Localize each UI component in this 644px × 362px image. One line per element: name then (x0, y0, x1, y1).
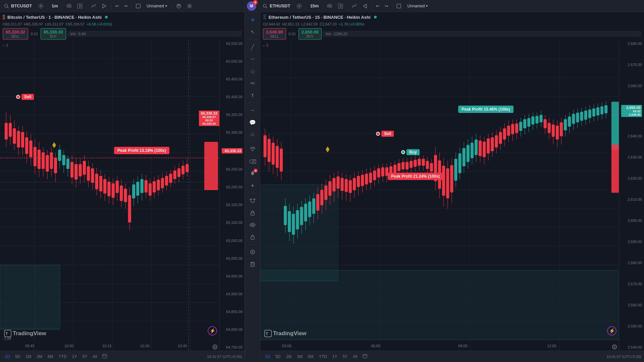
right-undo-btn[interactable]: ↩ (374, 1, 381, 11)
tool-eraser[interactable]: ⌫ (247, 156, 258, 167)
tool-lock[interactable] (247, 207, 258, 219)
left-ohlc-close: C65,326.57 (65, 22, 85, 26)
tool-horizontal[interactable]: ─ (247, 53, 258, 65)
right-buy-box[interactable]: 2,650.00 BUY (299, 28, 322, 40)
tool-draw-line[interactable]: ╱ (247, 41, 258, 53)
symbol-label: BTCUSDT (10, 3, 33, 8)
tool-target[interactable] (247, 246, 258, 258)
right-period-6m[interactable]: 6M (306, 353, 316, 360)
tool-crosshair[interactable]: ✛ (247, 14, 258, 25)
tool-magnet[interactable] (247, 195, 258, 206)
left-unnamed-btn[interactable]: Unnamed ▾ (144, 1, 170, 11)
tool-trash[interactable] (247, 258, 258, 270)
left-undo-btn[interactable]: ↩ (113, 1, 121, 11)
right-period-5y[interactable]: 5Y (340, 353, 350, 360)
svg-rect-363 (363, 354, 367, 358)
right-add-symbol-btn[interactable] (295, 1, 304, 11)
right-period-5d[interactable]: 5D (273, 353, 282, 360)
svg-rect-97 (95, 174, 98, 189)
svg-rect-278 (442, 166, 445, 195)
left-replay-btn[interactable] (100, 1, 109, 11)
right-scroll-target[interactable] (612, 345, 617, 349)
right-period-1m[interactable]: 1M (284, 353, 294, 360)
right-period-calendar[interactable] (361, 353, 369, 360)
left-redo-btn[interactable]: ↪ (122, 1, 129, 11)
period-1d[interactable]: 1D (3, 353, 12, 360)
left-layout-btn[interactable] (75, 1, 85, 11)
right-chart-title: Ethereum / TetherUS · 15 · BINANCE · Hei… (268, 15, 370, 20)
right-redo-btn[interactable]: ↪ (383, 1, 390, 11)
right-period-3m[interactable]: 3M (295, 353, 305, 360)
left-chart-header: ₿ Bitcoin / TetherUS · 1 · BINANCE · Hei… (0, 12, 245, 22)
left-sell-box[interactable]: 65,330.32 SELL (3, 28, 28, 40)
tool-text[interactable]: T (247, 89, 258, 101)
right-interval-btn[interactable]: 15m (308, 1, 321, 11)
left-chart-canvas[interactable]: ⌄ 2 (0, 40, 245, 351)
right-price-2620: 2,620.00 (621, 176, 642, 180)
right-price-2590: 2,590.00 (621, 240, 642, 244)
left-peak-profit[interactable]: Peak Profit 13.18% (100x) (114, 147, 169, 154)
left-period-calendar[interactable] (100, 353, 109, 360)
tool-brush[interactable]: ✏ (247, 77, 258, 89)
period-1y[interactable]: 1Y (70, 353, 79, 360)
tool-cursor[interactable]: ↖ (247, 26, 258, 38)
period-5y[interactable]: 5Y (80, 353, 89, 360)
user-avatar[interactable]: M 4 (247, 1, 256, 11)
tool-broadcast[interactable] (247, 144, 258, 155)
search-icon-btn[interactable]: BTCUSDT (2, 1, 35, 11)
left-chart-type-btn[interactable] (64, 1, 74, 11)
right-search-btn[interactable]: ETHUSDT (261, 1, 293, 11)
right-period-1y[interactable]: 1Y (330, 353, 339, 360)
tool-unlock[interactable] (247, 231, 258, 243)
left-sync-btn[interactable] (174, 1, 183, 11)
svg-rect-348 (584, 111, 587, 120)
svg-rect-300 (487, 139, 490, 153)
left-fullscreen-btn[interactable] (134, 1, 143, 11)
add-symbol-btn[interactable] (37, 1, 45, 11)
left-price-indicator: 65,330.33 65,326.57 00:02 65,320.00 (199, 111, 219, 126)
right-time-0900: 09:00 (458, 344, 468, 348)
tool-zoom-plus[interactable]: + (247, 180, 258, 191)
right-replay-btn[interactable] (360, 1, 370, 11)
tool-visibility[interactable] (247, 219, 258, 231)
right-peak-profit-1[interactable]: Peak Profit 15.46% (100x) (458, 106, 514, 113)
svg-rect-238 (361, 175, 364, 186)
right-unnamed-btn[interactable]: Unnamed ▾ (405, 1, 430, 11)
scroll-target-icon[interactable] (213, 345, 217, 349)
right-lightning-btn[interactable]: ⚡ (607, 326, 616, 336)
right-peak-profit-2[interactable]: Peak Profit 21.24% (100x) (388, 173, 443, 180)
right-chart-type-btn[interactable] (325, 1, 334, 11)
tool-measure[interactable]: ↔ (247, 105, 258, 116)
tool-alert[interactable]: 4 (247, 168, 258, 179)
period-1m[interactable]: 1M (24, 353, 34, 360)
right-chart-canvas[interactable]: ⌄ 2 (260, 40, 644, 351)
period-5d[interactable]: 5D (13, 353, 22, 360)
tool-shapes[interactable]: ◇ (247, 65, 258, 77)
left-settings-btn[interactable] (185, 1, 194, 11)
left-lightning-btn[interactable]: ⚡ (208, 326, 217, 336)
left-interval-btn[interactable]: 1m (50, 1, 60, 11)
left-status-dot (105, 16, 108, 18)
right-price-2580: 2,580.00 (621, 261, 642, 265)
right-period-ytd[interactable]: YTD (317, 353, 329, 360)
period-all[interactable]: All (91, 353, 99, 360)
tool-emoji[interactable]: ☺ (247, 129, 258, 140)
right-sell-box[interactable]: 2,649.99 SELL (263, 28, 286, 40)
left-ohlc-high: H65,335.97 (24, 22, 43, 26)
right-fullscreen-btn[interactable] (394, 1, 403, 11)
right-sell-label: Sell (381, 131, 394, 137)
right-period-1d[interactable]: 1D (263, 353, 272, 360)
period-ytd[interactable]: YTD (57, 353, 69, 360)
left-order-row: 65,330.32 SELL 0.01 65,330.33 BUY Vol: -… (0, 27, 245, 40)
right-chevron-down-icon: ▾ (426, 4, 428, 8)
right-indicators-btn[interactable] (350, 1, 359, 11)
right-layout-btn[interactable] (336, 1, 345, 11)
left-indicators-btn[interactable] (89, 1, 98, 11)
left-buy-box[interactable]: 65,330.33 BUY (41, 28, 66, 40)
svg-rect-129 (161, 178, 164, 188)
period-6m[interactable]: 6M (46, 353, 55, 360)
period-3m[interactable]: 3M (35, 353, 44, 360)
tool-comment[interactable]: 💬 (247, 117, 258, 128)
price-65050: 65,050.00 (222, 239, 243, 243)
right-period-all[interactable]: All (351, 353, 359, 360)
